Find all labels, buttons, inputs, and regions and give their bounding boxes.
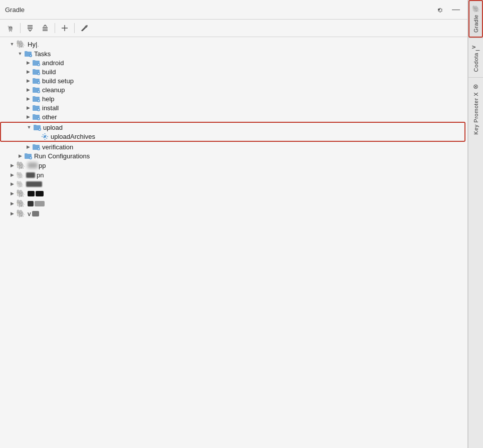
settings-button[interactable]: [432, 3, 445, 16]
svg-point-6: [11, 27, 12, 28]
build-setup-arrow[interactable]: [24, 77, 32, 85]
codota-tab[interactable]: >_ Codota: [468, 38, 483, 77]
android-folder-icon: [32, 59, 40, 66]
key-promoter-tab[interactable]: ⊗ Key Promoter X: [468, 77, 483, 140]
android-item[interactable]: android: [0, 58, 467, 67]
black-block-2: [36, 191, 44, 196]
minimize-button[interactable]: —: [449, 3, 462, 16]
right-sidebar: 🐘 Gradle >_ Codota ⊗ Key Promoter X: [468, 0, 483, 448]
key-promoter-tab-icon: ⊗: [473, 83, 478, 90]
verification-folder-icon: [32, 143, 40, 150]
help-item[interactable]: help: [0, 94, 467, 103]
other-folder-icon: [32, 113, 40, 120]
install-folder-icon: [32, 104, 40, 111]
pn-label: pn: [37, 171, 44, 179]
grey-block-2: [32, 211, 39, 216]
blurred-label: [28, 162, 38, 168]
expand-all-button[interactable]: [24, 22, 37, 35]
gradle-icon-3: 🐘: [16, 171, 24, 179]
help-label: help: [42, 95, 55, 103]
cleanup-arrow[interactable]: [24, 86, 32, 94]
arrow[interactable]: [8, 189, 16, 197]
collapse-all-button[interactable]: [39, 22, 52, 35]
build-item[interactable]: build: [0, 67, 467, 76]
install-arrow[interactable]: [24, 104, 32, 112]
upload-label: upload: [43, 124, 63, 131]
gradle-tab-label: Gradle: [473, 15, 479, 33]
svg-point-3: [9, 31, 10, 32]
cleanup-item[interactable]: cleanup: [0, 85, 467, 94]
build-arrow[interactable]: [24, 68, 32, 76]
upload-arrow[interactable]: [25, 123, 33, 131]
grey-block-1: [35, 201, 45, 206]
tree-root[interactable]: 🐘 Hy|.: [0, 39, 467, 49]
upload-highlight-box: upload uploadArchives: [0, 122, 465, 142]
verification-label: verification: [42, 143, 73, 151]
other-item[interactable]: other: [0, 112, 467, 121]
pp-label: pp: [39, 162, 46, 169]
tasks-item[interactable]: Tasks: [0, 49, 467, 58]
build-setup-item[interactable]: build setup: [0, 76, 467, 85]
tasks-label: Tasks: [34, 50, 51, 58]
install-item[interactable]: install: [0, 103, 467, 112]
blurred-block-2: [26, 181, 42, 187]
gradle-tab[interactable]: 🐘 Gradle: [468, 0, 483, 38]
gradle-tab-icon: 🐘: [472, 5, 480, 13]
dark-block-1: [28, 201, 34, 206]
gradle-icon-6: 🐘: [16, 199, 26, 208]
other-arrow[interactable]: [24, 113, 32, 121]
blurred-block-1: [26, 172, 35, 178]
upload-item[interactable]: upload: [1, 123, 464, 132]
arrow[interactable]: [8, 199, 16, 207]
gradle-panel: Gradle —: [0, 0, 468, 448]
tasks-folder-icon: [24, 50, 32, 57]
upload-archives-item[interactable]: uploadArchives: [1, 132, 464, 141]
gradle-icon: 🐘: [16, 40, 26, 49]
black-block-1: [28, 191, 35, 196]
verification-arrow[interactable]: [24, 143, 32, 151]
svg-point-5: [10, 27, 10, 28]
tasks-arrow[interactable]: [16, 50, 24, 58]
arrow[interactable]: [8, 180, 16, 188]
blurred-item-3[interactable]: 🐘: [0, 179, 467, 188]
blurred-item-5[interactable]: 🐘: [0, 198, 467, 208]
build-setup-label: build setup: [42, 77, 74, 85]
arrow[interactable]: [8, 171, 16, 179]
blurred-item-6[interactable]: 🐘 v: [0, 208, 467, 218]
gradle-icon-7: 🐘: [16, 209, 26, 218]
refresh-button[interactable]: [4, 22, 17, 35]
run-configs-label: Run Configurations: [34, 152, 90, 160]
wrench-button[interactable]: [78, 22, 91, 35]
tree-container[interactable]: 🐘 Hy|. Tasks: [0, 37, 467, 448]
root-label: Hy|.: [28, 41, 39, 48]
toolbar-divider-2: [55, 23, 55, 33]
run-configs-item[interactable]: Run Configurations: [0, 151, 467, 160]
cleanup-folder-icon: [32, 86, 40, 93]
svg-point-2: [11, 27, 13, 29]
blurred-item-1[interactable]: 🐘 pp: [0, 160, 467, 170]
blurred-item-4[interactable]: 🐘: [0, 188, 467, 198]
toolbar-divider-1: [20, 23, 21, 33]
run-configs-arrow[interactable]: [16, 152, 24, 160]
help-arrow[interactable]: [24, 95, 32, 103]
verification-item[interactable]: verification: [0, 142, 467, 151]
v-label: v: [28, 210, 31, 217]
codota-tab-label: Codota: [473, 53, 479, 72]
gradle-icon-5: 🐘: [16, 189, 26, 198]
other-label: other: [42, 113, 57, 121]
panel-title: Gradle: [5, 6, 25, 14]
build-setup-folder-icon: [32, 77, 40, 84]
gear-icon: [41, 133, 49, 140]
android-arrow[interactable]: [24, 59, 32, 67]
cleanup-label: cleanup: [42, 86, 65, 94]
key-promoter-tab-label: Key Promoter X: [473, 92, 479, 135]
panel-header: Gradle —: [0, 0, 467, 20]
link-button[interactable]: [58, 22, 71, 35]
blurred-item-2[interactable]: 🐘 pn: [0, 170, 467, 179]
codota-tab-icon: >_: [472, 43, 480, 51]
expand-arrow[interactable]: [8, 40, 16, 48]
arrow[interactable]: [8, 209, 16, 217]
arrow[interactable]: [8, 161, 16, 169]
help-folder-icon: [32, 95, 40, 102]
gradle-icon-2: 🐘: [16, 161, 26, 170]
